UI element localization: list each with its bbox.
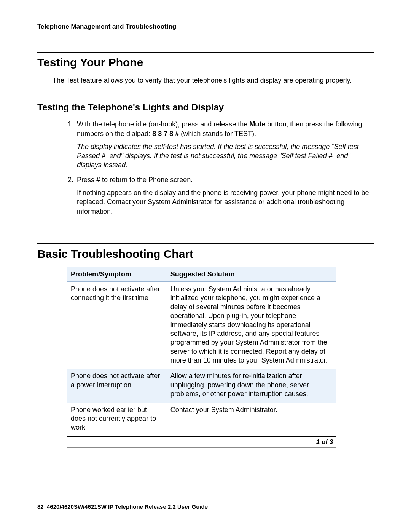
col-header-problem: Problem/Symptom	[67, 267, 167, 282]
subsection-rule	[37, 98, 212, 98]
cell-problem: Phone does not activate after connecting…	[67, 281, 167, 369]
table-pager: 1 of 3	[67, 436, 336, 448]
cell-solution: Unless your System Administrator has alr…	[167, 281, 336, 369]
steps-list: With the telephone idle (on-hook), press…	[37, 120, 374, 216]
step-2-text-a: Press	[77, 176, 96, 184]
table-row: Phone does not activate after connecting…	[67, 281, 336, 369]
step-1-note: The display indicates the self-test has …	[77, 142, 374, 170]
step-2-note: If nothing appears on the display and th…	[77, 188, 374, 216]
dialpad-code: 8 3 7 8 #	[152, 130, 179, 137]
intro-paragraph: The Test feature allows you to verify th…	[53, 76, 374, 85]
troubleshooting-table: Problem/Symptom Suggested Solution Phone…	[67, 267, 336, 436]
heading-testing-your-phone: Testing Your Phone	[37, 56, 374, 69]
heading-testing-lights-display: Testing the Telephone's Lights and Displ…	[37, 102, 374, 113]
page-number: 82	[37, 503, 44, 510]
hash-key: #	[96, 176, 100, 184]
cell-problem: Phone worked earlier but does not curren…	[67, 403, 167, 436]
step-1: With the telephone idle (on-hook), press…	[75, 120, 374, 169]
mute-label: Mute	[249, 120, 265, 128]
running-header: Telephone Management and Troubleshooting	[37, 23, 374, 30]
step-1-text-c: (which stands for TEST).	[179, 130, 256, 137]
doc-title: 4620/4620SW/4621SW IP Telephone Release …	[47, 503, 208, 510]
step-1-text-a: With the telephone idle (on-hook), press…	[77, 120, 249, 128]
table-row: Phone worked earlier but does not curren…	[67, 403, 336, 436]
page-footer: 82 4620/4620SW/4621SW IP Telephone Relea…	[37, 503, 208, 510]
step-2: Press # to return to the Phone screen. I…	[75, 175, 374, 216]
step-2-text-b: to return to the Phone screen.	[100, 176, 193, 184]
col-header-solution: Suggested Solution	[167, 267, 336, 282]
table-header-row: Problem/Symptom Suggested Solution	[67, 267, 336, 282]
cell-problem: Phone does not activate after a power in…	[67, 369, 167, 402]
table-row: Phone does not activate after a power in…	[67, 369, 336, 402]
section-rule-2	[37, 243, 374, 244]
section-rule	[37, 52, 374, 53]
cell-solution: Contact your System Administrator.	[167, 403, 336, 436]
heading-basic-troubleshooting-chart: Basic Troubleshooting Chart	[37, 248, 374, 260]
cell-solution: Allow a few minutes for re-initializatio…	[167, 369, 336, 402]
